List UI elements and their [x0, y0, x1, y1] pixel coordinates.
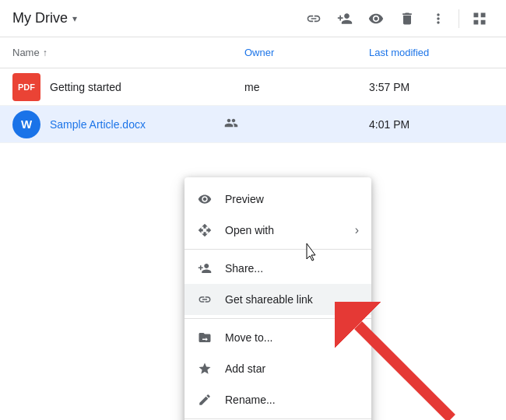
- move-to-icon: [197, 331, 213, 345]
- file-row[interactable]: PDF Getting started me 3:57 PM: [0, 68, 506, 106]
- file-name-selected: Sample Article.docx: [50, 118, 224, 131]
- link-button[interactable]: [300, 5, 328, 33]
- open-with-icon: [197, 223, 213, 237]
- more-vert-button[interactable]: [424, 5, 452, 33]
- menu-item-open-with[interactable]: Open with ›: [184, 215, 371, 246]
- file-name: Getting started: [50, 81, 244, 93]
- link-icon: [197, 292, 213, 306]
- menu-move-to-label: Move to...: [225, 331, 359, 344]
- header-actions: [300, 5, 494, 33]
- menu-item-add-star[interactable]: Add star: [184, 353, 371, 384]
- preview-button[interactable]: [362, 5, 390, 33]
- file-owner: me: [244, 81, 369, 93]
- sort-arrow-icon: ↑: [43, 47, 47, 58]
- header-title-section: My Drive ▾: [12, 10, 300, 26]
- menu-preview-label: Preview: [225, 193, 359, 205]
- grid-view-button[interactable]: [466, 5, 494, 33]
- file-modified: 3:57 PM: [369, 81, 494, 93]
- svg-line-1: [358, 325, 452, 418]
- menu-divider-3: [184, 418, 371, 419]
- header: My Drive ▾: [0, 0, 506, 37]
- file-list: PDF Getting started me 3:57 PM W Sample …: [0, 68, 506, 143]
- menu-divider-1: [184, 249, 371, 250]
- dropdown-arrow-icon[interactable]: ▾: [72, 13, 77, 24]
- rename-icon: [197, 393, 213, 407]
- menu-shareable-link-label: Get shareable link: [225, 293, 359, 306]
- col-modified-header[interactable]: Last modified: [369, 47, 494, 58]
- share-icon: [197, 261, 213, 275]
- table-header: Name ↑ Owner Last modified: [0, 37, 506, 68]
- eye-icon: [197, 192, 213, 206]
- menu-item-get-shareable-link[interactable]: Get shareable link: [184, 284, 371, 315]
- add-person-button[interactable]: [331, 5, 359, 33]
- delete-button[interactable]: [393, 5, 421, 33]
- menu-item-preview[interactable]: Preview: [184, 184, 371, 215]
- open-with-arrow-icon: ›: [355, 223, 359, 237]
- pdf-icon: PDF: [12, 73, 40, 101]
- col-owner-header[interactable]: Owner: [244, 47, 369, 58]
- header-divider: [459, 9, 459, 28]
- menu-open-with-label: Open with: [225, 224, 343, 236]
- word-icon: W: [12, 110, 40, 138]
- menu-share-label: Share...: [225, 262, 359, 275]
- col-name-label: Name: [12, 47, 40, 58]
- menu-item-rename[interactable]: Rename...: [184, 384, 371, 415]
- menu-rename-label: Rename...: [225, 394, 359, 406]
- menu-divider-2: [184, 318, 371, 319]
- file-modified-selected: 4:01 PM: [369, 118, 494, 131]
- context-menu: Preview Open with › Share... Get shareab…: [184, 177, 371, 420]
- col-name-header[interactable]: Name ↑: [12, 47, 244, 58]
- shared-icon: [224, 116, 238, 133]
- my-drive-title: My Drive: [12, 10, 68, 26]
- star-icon: [197, 362, 213, 376]
- menu-item-move-to[interactable]: Move to...: [184, 322, 371, 353]
- menu-add-star-label: Add star: [225, 362, 359, 375]
- menu-item-share[interactable]: Share...: [184, 253, 371, 284]
- file-row-selected[interactable]: W Sample Article.docx 4:01 PM: [0, 106, 506, 143]
